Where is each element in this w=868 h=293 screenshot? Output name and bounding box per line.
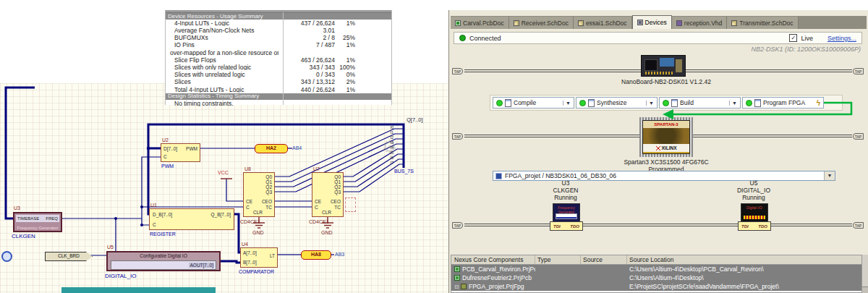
spartan3-artwork [643, 128, 689, 144]
live-checkbox[interactable]: ✓ [789, 34, 797, 42]
spartan3-chip-body: SPARTAN-3 XILINX [642, 120, 690, 154]
tap-connector: TAP [853, 222, 864, 229]
digital-io-inner: AOUT[7..0] [111, 260, 216, 270]
usage-summary-report: Device Resources - Usage Summary 4-Input… [165, 10, 392, 105]
jtag-chain-line [464, 224, 852, 226]
live-label: Live [801, 35, 813, 42]
tap-connector: TAP [452, 68, 463, 75]
connection-bar: Connected ✓ Live Settings... [454, 32, 862, 44]
clkgen-block[interactable]: TIMEBASE FREQ Frequency Generator [13, 212, 62, 232]
table-row[interactable]: DufresneFeutrier2.PrjPcb C:\Users\Altium… [451, 273, 862, 282]
stage-status-led [746, 100, 752, 106]
document-icon [505, 99, 511, 107]
stage-status-led [579, 100, 586, 106]
tap-connector: TAP [452, 133, 463, 140]
document-icon [671, 99, 678, 107]
report-row: Slices343 / 13,3122% [166, 79, 391, 86]
tab-reception-vhd[interactable]: reception.Vhd [672, 17, 727, 29]
document-tab-bar: Carval.PcbDoc Receiver.SchDoc essai1.Sch… [451, 16, 867, 29]
build-button[interactable]: Build ▼ [659, 97, 741, 109]
taskbar-fragment [61, 287, 216, 293]
nanoboard-lcd-detail [660, 58, 674, 67]
schematic-doc-icon [731, 20, 737, 26]
chevron-down-icon[interactable]: ▼ [729, 101, 737, 106]
nanoboard-pads-detail [645, 72, 674, 75]
net-label-ha2[interactable]: HA2 [255, 144, 288, 153]
report-row: Total 4-Input LUTs - Logic440 / 26,6241% [166, 86, 391, 93]
report-row: Slices with unrelated logic0 / 3430% [166, 71, 391, 78]
tap-connector: TAP [853, 133, 864, 140]
lightning-icon: ϟ [817, 99, 820, 107]
report-row: Average Fan/Non-Clock Nets3.01 [166, 27, 391, 34]
pcb-project-icon [454, 275, 460, 281]
spartan3-chip[interactable]: SPARTAN-3 XILINX [639, 117, 693, 157]
stage-status-led [496, 100, 503, 106]
report-row: No timing constraints. [166, 100, 391, 107]
scroll-down-button[interactable] [862, 286, 868, 293]
schematic-sheet[interactable]: ⚙ ⚙ ⚙ U2 D[7..0] C PWM PWM U1 D_B[7..0] … [0, 83, 448, 293]
comparator-block[interactable]: U4 A[7..0] B[7..0] LT COMPARATOR [240, 247, 278, 268]
nexus-table-header[interactable]: Nexus Core Components Type Source Source… [451, 255, 862, 265]
port-ab3[interactable]: AB3 [335, 252, 344, 257]
report-row: BUFGMUXs2 / 825% [166, 34, 391, 41]
tdi-tdo-box: TDI TDO [550, 221, 583, 231]
document-icon [588, 99, 595, 107]
soft-device-labels: U5 DIGITAL_IO Running [721, 179, 786, 201]
nanoboard-chip-detail [644, 59, 658, 71]
soft-device-labels: U3 CLKGEN Running [533, 179, 598, 201]
board-id-label: NB2-DSK1 (ID: 1200OKS10009006P) [507, 46, 861, 53]
document-icon [754, 99, 761, 107]
bus-name-label: BUS_7S [394, 169, 414, 174]
tap-connector: TAP [853, 68, 864, 75]
clkgen-pins: TIMEBASE FREQ [16, 215, 59, 222]
tdi-tdo-box: TDI TDO [738, 221, 771, 231]
fpga-part-caption: Spartan3 XC3S1500 4FG676C [619, 158, 713, 166]
report-row: 4-Input LUTs - Logic437 / 26,6241% [166, 20, 391, 27]
table-scrollbar[interactable] [861, 255, 868, 293]
port-ab4[interactable]: AB4 [292, 145, 302, 150]
chevron-down-icon[interactable]: ▼ [646, 101, 654, 106]
tab-essai-schdoc[interactable]: essai1.SchDoc [574, 17, 632, 29]
chevron-down-icon[interactable]: ▼ [824, 171, 835, 180]
schematic-doc-icon [514, 20, 519, 26]
tab-devices[interactable]: Devices [632, 15, 672, 29]
counter-block-u7[interactable]: U7 Q0 Q1 Q2 Q3 CE C CEO TC CLR [312, 172, 344, 217]
chevron-down-icon[interactable]: ▼ [563, 101, 571, 106]
nanoboard-photo[interactable] [641, 55, 686, 77]
frequency-generator-icon[interactable]: Frequency Generator [553, 203, 580, 222]
schematic-doc-icon [578, 20, 584, 26]
pwm-block[interactable]: U2 D[7..0] C PWM PWM [161, 143, 200, 162]
chip-doc-icon [637, 20, 643, 25]
connected-label: Connected [469, 35, 501, 42]
tap-connector: TAP [452, 222, 463, 229]
settings-link[interactable]: Settings... [827, 35, 856, 42]
digital-io-icon[interactable]: Digital I/O [741, 203, 768, 222]
register-block[interactable]: U1 D_B[7..0] C Q_B[7..0] REGISTER [149, 208, 234, 230]
collapse-icon[interactable]: ⊟ [454, 284, 461, 290]
report-row: over-mapped for a non-slice resource or … [166, 49, 391, 56]
synthesize-button[interactable]: Synthesize ▼ [576, 97, 658, 109]
clk-brd-port[interactable]: CLK_BRD [45, 252, 93, 261]
tab-receiver-schdoc[interactable]: Receiver.SchDoc [509, 17, 574, 29]
report-row: Slice Flip Flops463 / 26,6241% [166, 56, 391, 64]
table-row[interactable]: ⊟FPGA_projet.PrjFpg E:\ProjetSC\projetSC… [451, 282, 862, 291]
tab-transmitter-schdoc[interactable]: Transmitter.SchDoc [727, 17, 798, 29]
nexus-components-table: Nexus Core Components Type Source Source… [451, 255, 863, 293]
nanoboard-caption: NanoBoard-NB2-DSK01 V1.2.42 [594, 78, 739, 85]
program-fpga-button[interactable]: Program FPGA ϟ [742, 97, 824, 109]
vhdl-doc-icon [676, 20, 682, 26]
devices-panel: Carval.PcbDoc Receiver.SchDoc essai1.Sch… [448, 10, 868, 293]
tab-carval-pcbdoc[interactable]: Carval.PcbDoc [451, 17, 509, 29]
report-section-header: Device Resources - Usage Summary [166, 13, 391, 20]
net-label-ha8[interactable]: HA8 [301, 250, 331, 260]
sheet-badge-icon [1, 251, 12, 262]
pcb-project-icon [454, 266, 460, 272]
compile-button[interactable]: Compile ▼ [493, 97, 574, 109]
digital-io-block[interactable]: Configurable Digital IO AOUT[7..0] [106, 251, 221, 271]
report-row: IO Pins7 / 4871% [166, 42, 391, 49]
report-section-header: Design Statistics - Timing Summary [166, 93, 391, 100]
fpga-project-icon [461, 284, 467, 289]
counter-block-u8[interactable]: U8 Q0 Q1 Q2 Q3 CE C CEO TC CLR [243, 172, 275, 217]
table-row[interactable]: PCB_Carval_Reviron.PrjPcb C:\Users\Altiu… [451, 265, 862, 273]
stage-status-led [663, 100, 669, 106]
